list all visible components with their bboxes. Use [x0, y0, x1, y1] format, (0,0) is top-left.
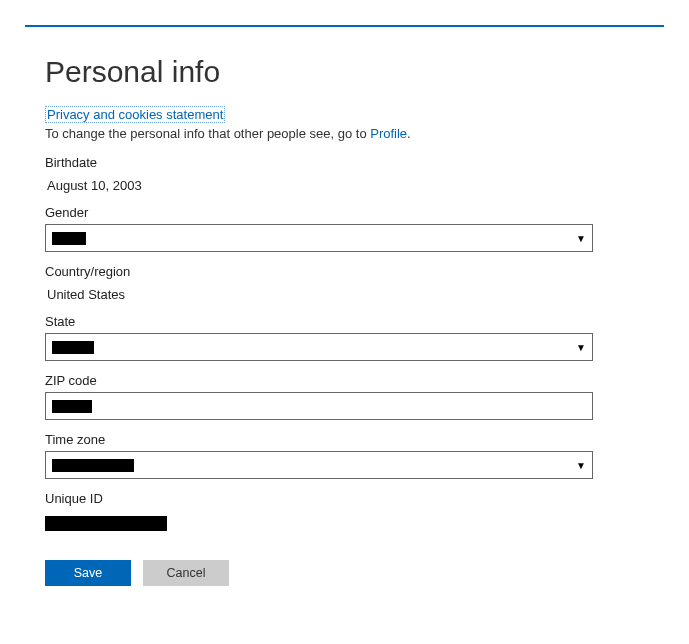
chevron-down-icon: ▼ [576, 342, 586, 353]
desc-text-prefix: To change the personal info that other p… [45, 126, 370, 141]
state-value-redacted [52, 341, 94, 354]
privacy-link[interactable]: Privacy and cookies statement [45, 106, 225, 123]
gender-select[interactable]: ▼ [45, 224, 593, 252]
country-value: United States [45, 285, 664, 302]
gender-label: Gender [45, 205, 664, 220]
timezone-label: Time zone [45, 432, 664, 447]
timezone-select[interactable]: ▼ [45, 451, 593, 479]
save-button[interactable]: Save [45, 560, 131, 586]
desc-text-suffix: . [407, 126, 411, 141]
state-label: State [45, 314, 664, 329]
state-select[interactable]: ▼ [45, 333, 593, 361]
timezone-value-redacted [52, 459, 134, 472]
profile-desc: To change the personal info that other p… [45, 126, 664, 141]
profile-link[interactable]: Profile [370, 126, 407, 141]
birthdate-value: August 10, 2003 [45, 176, 664, 193]
chevron-down-icon: ▼ [576, 460, 586, 471]
zip-value-redacted [52, 400, 92, 413]
birthdate-label: Birthdate [45, 155, 664, 170]
page-title: Personal info [45, 55, 664, 89]
cancel-button[interactable]: Cancel [143, 560, 229, 586]
zip-input[interactable] [45, 392, 593, 420]
gender-value-redacted [52, 232, 86, 245]
chevron-down-icon: ▼ [576, 233, 586, 244]
uniqueid-label: Unique ID [45, 491, 664, 506]
zip-label: ZIP code [45, 373, 664, 388]
country-label: Country/region [45, 264, 664, 279]
uniqueid-value-redacted [45, 516, 167, 531]
